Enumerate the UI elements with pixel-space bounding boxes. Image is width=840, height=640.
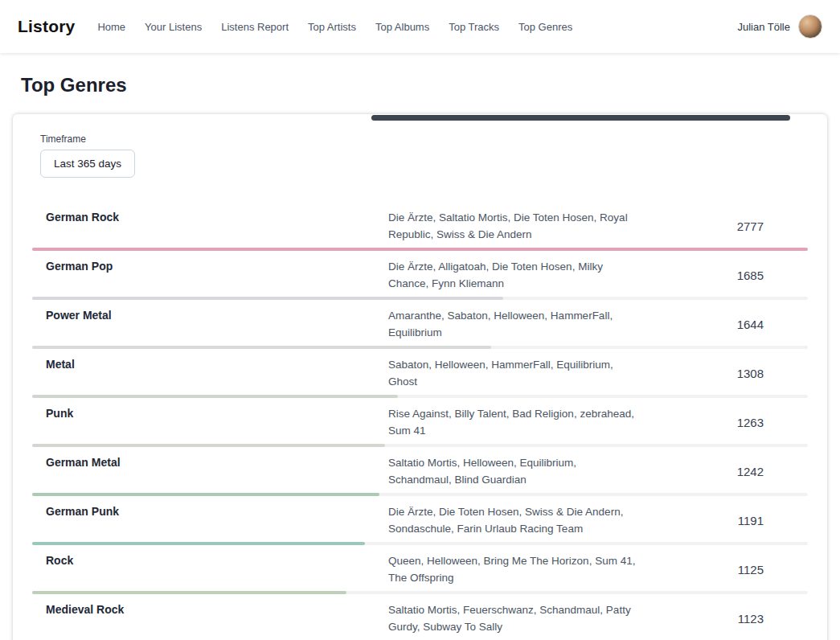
- genre-artists: Die Ärzte, Saltatio Mortis, Die Toten Ho…: [388, 209, 637, 243]
- genre-name: Medieval Rock: [46, 601, 388, 616]
- genre-artists: Queen, Helloween, Bring Me The Horizon, …: [388, 552, 637, 586]
- genre-artists: Saltatio Mortis, Helloween, Equilibrium,…: [388, 454, 637, 488]
- genre-row: German Rock Die Ärzte, Saltatio Mortis, …: [32, 202, 808, 251]
- genre-artists: Die Ärzte, Die Toten Hosen, Swiss & Die …: [388, 503, 637, 537]
- genre-name: Rock: [46, 552, 388, 567]
- genre-row: German Metal Saltatio Mortis, Helloween,…: [32, 447, 808, 496]
- nav-item[interactable]: Top Albums: [375, 21, 429, 33]
- genre-artists: Saltatio Mortis, Feuerschwanz, Schandmau…: [388, 601, 637, 635]
- genre-artists: Amaranthe, Sabaton, Helloween, HammerFal…: [388, 307, 637, 341]
- page-title: Top Genres: [21, 74, 840, 96]
- horizontal-scrollbar-thumb[interactable]: [371, 115, 791, 121]
- genre-count: 1263: [637, 416, 764, 429]
- genre-row: Rock Queen, Helloween, Bring Me The Hori…: [32, 545, 808, 594]
- genre-count: 1308: [637, 367, 764, 380]
- genre-row: Punk Rise Against, Billy Talent, Bad Rel…: [32, 398, 808, 447]
- nav-item[interactable]: Top Tracks: [449, 21, 499, 33]
- user-area: Julian Tölle: [737, 14, 822, 39]
- genre-count: 1644: [637, 318, 764, 331]
- genre-count: 1685: [637, 269, 764, 282]
- genre-row: Power Metal Amaranthe, Sabaton, Hellowee…: [32, 300, 808, 349]
- genre-row: German Pop Die Ärzte, Alligatoah, Die To…: [32, 251, 808, 300]
- genre-name: Metal: [46, 356, 388, 371]
- nav-links: HomeYour ListensListens ReportTop Artist…: [97, 21, 737, 33]
- genre-artists: Sabaton, Helloween, HammerFall, Equilibr…: [388, 356, 637, 390]
- timeframe-label: Timeframe: [40, 133, 808, 145]
- nav-item[interactable]: Your Listens: [145, 21, 202, 33]
- user-avatar[interactable]: [798, 14, 822, 39]
- user-name: Julian Tölle: [737, 21, 790, 33]
- genre-row: German Punk Die Ärzte, Die Toten Hosen, …: [32, 496, 808, 545]
- nav-item[interactable]: Top Genres: [518, 21, 572, 33]
- genre-row: Metal Sabaton, Helloween, HammerFall, Eq…: [32, 349, 808, 398]
- genre-name: Power Metal: [46, 307, 388, 322]
- nav-item[interactable]: Listens Report: [221, 21, 289, 33]
- nav-item[interactable]: Home: [97, 21, 125, 33]
- genre-count: 1191: [637, 514, 764, 527]
- top-navigation: Listory HomeYour ListensListens ReportTo…: [0, 0, 840, 53]
- genre-count: 1242: [637, 465, 764, 478]
- genre-name: German Metal: [46, 454, 388, 469]
- genre-list: German Rock Die Ärzte, Saltatio Mortis, …: [32, 202, 808, 640]
- genre-name: German Pop: [46, 258, 388, 273]
- timeframe-select[interactable]: Last 365 days: [40, 150, 135, 178]
- nav-item[interactable]: Top Artists: [308, 21, 356, 33]
- genre-artists: Die Ärzte, Alligatoah, Die Toten Hosen, …: [388, 258, 637, 292]
- genre-row: Medieval Rock Saltatio Mortis, Feuerschw…: [32, 594, 808, 640]
- genre-count: 1123: [637, 612, 764, 626]
- genre-name: Punk: [46, 405, 388, 420]
- top-genres-card: Timeframe Last 365 days German Rock Die …: [13, 114, 827, 640]
- genre-count: 1125: [637, 563, 764, 576]
- app-logo[interactable]: Listory: [18, 17, 75, 36]
- genre-count: 2777: [637, 219, 764, 233]
- genre-name: German Punk: [46, 503, 388, 518]
- genre-name: German Rock: [46, 209, 388, 224]
- genre-artists: Rise Against, Billy Talent, Bad Religion…: [388, 405, 637, 439]
